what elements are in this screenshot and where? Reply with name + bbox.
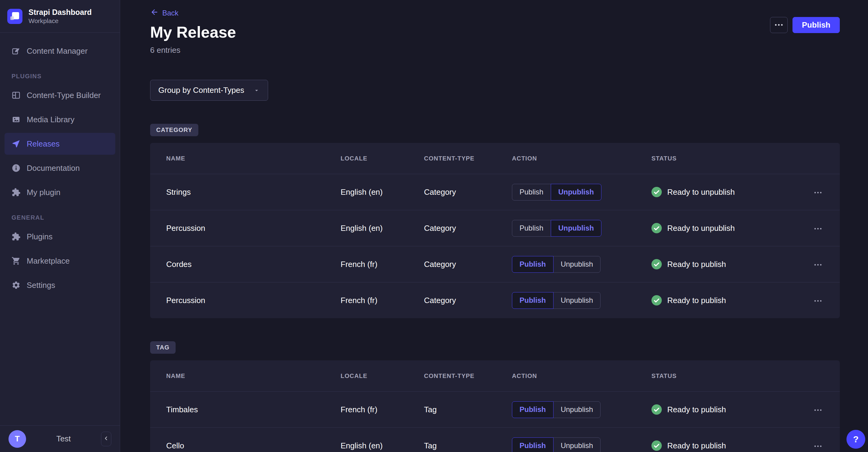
puzzle-icon bbox=[11, 232, 21, 241]
check-circle-icon bbox=[651, 295, 662, 305]
status-cell: Ready to publish bbox=[651, 441, 800, 451]
status-text: Ready to publish bbox=[667, 405, 726, 414]
section-category: CATEGORY NAME LOCALE CONTENT-TYPE ACTION… bbox=[150, 124, 840, 318]
check-circle-icon bbox=[651, 223, 662, 233]
entry-locale: French (fr) bbox=[341, 296, 424, 305]
entry-locale: English (en) bbox=[341, 441, 424, 450]
sidebar-item-label: Settings bbox=[27, 280, 55, 290]
publish-release-button[interactable]: Publish bbox=[793, 17, 840, 33]
table-row: Percussion French (fr) Category Publish … bbox=[150, 282, 840, 318]
sidebar-item-my-plugin[interactable]: My plugin bbox=[5, 181, 115, 203]
section-tag: TAG NAME LOCALE CONTENT-TYPE ACTION STAT… bbox=[150, 341, 840, 452]
entry-name: Strings bbox=[166, 187, 341, 197]
entry-content-type: Category bbox=[424, 187, 512, 197]
header-actions: Publish bbox=[770, 17, 840, 33]
table-row: Timbales French (fr) Tag Publish Unpubli… bbox=[150, 391, 840, 427]
unpublish-toggle-button[interactable]: Unpublish bbox=[553, 292, 601, 309]
status-text: Ready to unpublish bbox=[667, 187, 735, 197]
arrow-left-icon bbox=[150, 8, 159, 18]
sidebar-item-settings[interactable]: Settings bbox=[5, 274, 115, 296]
action-toggle: Publish Unpublish bbox=[512, 292, 600, 309]
status-cell: Ready to publish bbox=[651, 259, 800, 269]
column-header-locale: LOCALE bbox=[341, 155, 424, 162]
status-text: Ready to publish bbox=[667, 260, 726, 269]
sidebar-item-media-library[interactable]: Media Library bbox=[5, 109, 115, 130]
workspace-header[interactable]: Strapi Dashboard Workplace bbox=[0, 0, 120, 33]
row-more-button[interactable] bbox=[811, 296, 825, 306]
publish-toggle-button[interactable]: Publish bbox=[512, 401, 554, 418]
publish-toggle-button[interactable]: Publish bbox=[512, 256, 554, 273]
chevron-down-icon bbox=[253, 87, 260, 94]
unpublish-toggle-button[interactable]: Unpublish bbox=[551, 184, 601, 201]
collapse-sidebar-button[interactable] bbox=[101, 432, 111, 446]
workspace-subtitle: Workplace bbox=[29, 17, 92, 25]
row-more-button[interactable] bbox=[811, 224, 825, 234]
sidebar-item-content-type-builder[interactable]: Content-Type Builder bbox=[5, 84, 115, 106]
picture-icon bbox=[11, 115, 21, 124]
sidebar-item-label: Content-Type Builder bbox=[27, 91, 101, 100]
entry-locale: French (fr) bbox=[341, 405, 424, 414]
strapi-logo-icon bbox=[7, 9, 23, 24]
ellipsis-icon bbox=[774, 23, 783, 27]
sidebar-item-marketplace[interactable]: Marketplace bbox=[5, 250, 115, 272]
back-link[interactable]: Back bbox=[150, 8, 178, 18]
unpublish-toggle-button[interactable]: Unpublish bbox=[553, 438, 601, 452]
group-by-dropdown[interactable]: Group by Content-Types bbox=[150, 80, 268, 101]
row-more-button[interactable] bbox=[811, 405, 825, 415]
action-toggle: Publish Unpublish bbox=[512, 184, 601, 201]
sidebar-item-label: Marketplace bbox=[27, 256, 70, 266]
tag-table: NAME LOCALE CONTENT-TYPE ACTION STATUS T… bbox=[150, 360, 840, 452]
sidebar-nav: Content Manager PLUGINS Content-Type Bui… bbox=[0, 33, 120, 425]
sidebar-item-documentation[interactable]: Documentation bbox=[5, 157, 115, 179]
sidebar-section-plugins: PLUGINS bbox=[0, 73, 120, 80]
category-table: NAME LOCALE CONTENT-TYPE ACTION STATUS S… bbox=[150, 143, 840, 318]
help-button[interactable]: ? bbox=[846, 430, 865, 449]
ellipsis-icon bbox=[814, 227, 822, 231]
table-row: Cello English (en) Tag Publish Unpublish bbox=[150, 427, 840, 452]
entry-locale: French (fr) bbox=[341, 260, 424, 269]
unpublish-toggle-button[interactable]: Unpublish bbox=[553, 401, 601, 418]
row-more-button[interactable] bbox=[811, 188, 825, 198]
unpublish-toggle-button[interactable]: Unpublish bbox=[551, 220, 601, 237]
entry-content-type: Category bbox=[424, 260, 512, 269]
layout-grid-icon bbox=[11, 91, 21, 100]
publish-toggle-button[interactable]: Publish bbox=[512, 438, 554, 452]
check-circle-icon bbox=[651, 187, 662, 197]
publish-toggle-button[interactable]: Publish bbox=[512, 292, 554, 309]
info-circle-icon bbox=[11, 163, 21, 173]
column-header-action: ACTION bbox=[512, 155, 651, 162]
user-avatar[interactable]: T bbox=[8, 430, 26, 448]
feather-pen-icon bbox=[11, 47, 21, 56]
ellipsis-icon bbox=[814, 444, 822, 449]
entries-count: 6 entries bbox=[150, 46, 840, 55]
entry-locale: English (en) bbox=[341, 223, 424, 233]
action-toggle: Publish Unpublish bbox=[512, 438, 600, 452]
sidebar-item-label: Releases bbox=[27, 139, 59, 149]
page-title: My Release bbox=[150, 23, 840, 41]
unpublish-toggle-button[interactable]: Unpublish bbox=[553, 256, 601, 273]
column-header-name: NAME bbox=[166, 155, 341, 162]
chevron-left-icon bbox=[103, 435, 109, 442]
table-row: Percussion English (en) Category Publish… bbox=[150, 210, 840, 246]
content-type-badge: CATEGORY bbox=[150, 124, 198, 136]
status-cell: Ready to publish bbox=[651, 404, 800, 415]
sidebar-item-label: Media Library bbox=[27, 115, 74, 124]
sidebar-item-releases[interactable]: Releases bbox=[5, 133, 115, 155]
sidebar-item-plugins[interactable]: Plugins bbox=[5, 226, 115, 247]
sidebar-item-content-manager[interactable]: Content Manager bbox=[5, 40, 115, 62]
shopping-cart-icon bbox=[11, 256, 21, 266]
ellipsis-icon bbox=[814, 263, 822, 267]
row-more-button[interactable] bbox=[811, 260, 825, 270]
entry-content-type: Category bbox=[424, 223, 512, 233]
page-header: Back My Release 6 entries Publish bbox=[120, 0, 868, 55]
row-more-button[interactable] bbox=[811, 442, 825, 451]
status-text: Ready to unpublish bbox=[667, 223, 735, 233]
gear-icon bbox=[11, 280, 21, 290]
publish-toggle-button[interactable]: Publish bbox=[512, 220, 551, 237]
status-text: Ready to publish bbox=[667, 296, 726, 305]
sidebar-section-general: GENERAL bbox=[0, 214, 120, 221]
entry-content-type: Tag bbox=[424, 405, 512, 414]
release-more-button[interactable] bbox=[770, 17, 787, 33]
check-circle-icon bbox=[651, 259, 662, 269]
publish-toggle-button[interactable]: Publish bbox=[512, 184, 551, 201]
